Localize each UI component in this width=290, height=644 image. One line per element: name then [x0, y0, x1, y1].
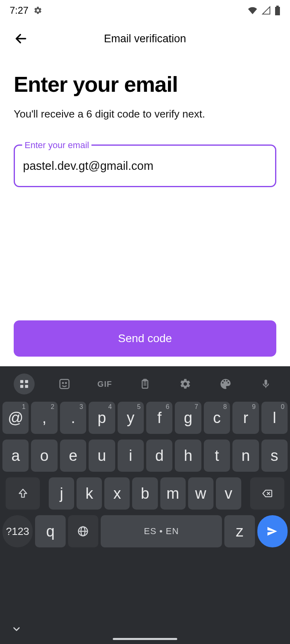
key-f[interactable]: f6: [146, 402, 172, 434]
key-w[interactable]: w: [188, 477, 213, 510]
key-d[interactable]: d: [146, 440, 172, 472]
page-header-title: Email verification: [104, 33, 186, 45]
palette-icon[interactable]: [215, 374, 236, 394]
key-e[interactable]: e: [60, 440, 86, 472]
key-i[interactable]: i: [118, 440, 144, 472]
keyboard-row-4: ?123 q ES • EN z: [2, 515, 288, 547]
svg-rect-5: [20, 385, 23, 388]
backspace-key[interactable]: [250, 477, 284, 510]
sticker-icon[interactable]: [54, 374, 75, 394]
key-q[interactable]: q: [35, 515, 65, 547]
arrow-left-icon: [14, 32, 28, 45]
keyboard-row-1: @1,2.3p4y5f6g7c8r9l0: [2, 402, 288, 434]
email-field-wrap[interactable]: Enter your email: [14, 144, 276, 187]
key-k[interactable]: k: [77, 477, 102, 510]
key-x[interactable]: x: [104, 477, 130, 510]
key-n[interactable]: n: [232, 440, 259, 472]
status-time: 7:27: [10, 5, 29, 16]
key-p[interactable]: p4: [89, 402, 115, 434]
key-h[interactable]: h: [175, 440, 201, 472]
svg-point-9: [66, 382, 67, 384]
app-header: Email verification: [0, 21, 290, 56]
key-j[interactable]: j: [49, 477, 74, 510]
key-r[interactable]: r9: [232, 402, 259, 434]
key-@[interactable]: @1: [2, 402, 29, 434]
keyboard-send-key[interactable]: [257, 515, 288, 547]
key-z[interactable]: z: [224, 515, 255, 547]
key-y[interactable]: y5: [118, 402, 144, 434]
key-l[interactable]: l0: [261, 402, 288, 434]
cell-signal-icon: [261, 6, 271, 15]
status-bar: 7:27: [0, 0, 290, 21]
page-subtitle: You'll receive a 6 digit code to verify …: [14, 108, 276, 120]
system-nav-bar: [0, 616, 290, 644]
keyboard-row-3: jkxbmwv: [2, 477, 288, 510]
svg-rect-1: [276, 6, 279, 7]
collapse-keyboard-icon[interactable]: [11, 624, 22, 636]
svg-rect-6: [25, 385, 28, 388]
key-g[interactable]: g7: [175, 402, 201, 434]
svg-rect-4: [25, 380, 28, 383]
wifi-icon: [247, 6, 258, 15]
key-,[interactable]: ,2: [31, 402, 57, 434]
back-button[interactable]: [14, 31, 28, 46]
key-b[interactable]: b: [132, 477, 157, 510]
key-v[interactable]: v: [216, 477, 241, 510]
key-t[interactable]: t: [204, 440, 230, 472]
keyboard-toolbar: GIF: [0, 366, 290, 402]
space-key[interactable]: ES • EN: [101, 515, 222, 547]
send-code-button[interactable]: Send code: [14, 320, 276, 357]
key-c[interactable]: c8: [204, 402, 230, 434]
home-indicator[interactable]: [113, 638, 177, 640]
shift-key[interactable]: [6, 477, 40, 510]
key-s[interactable]: s: [261, 440, 288, 472]
battery-icon: [275, 6, 280, 15]
symbols-key[interactable]: ?123: [2, 515, 33, 547]
gear-icon[interactable]: [175, 374, 196, 394]
svg-rect-7: [60, 380, 69, 389]
soft-keyboard: GIF @1,2.3p4y5f6g7c8r9l0 aoeuidhtns jkxb…: [0, 366, 290, 616]
mic-icon[interactable]: [255, 374, 276, 394]
key-u[interactable]: u: [89, 440, 115, 472]
apps-icon[interactable]: [14, 374, 35, 394]
key-o[interactable]: o: [31, 440, 57, 472]
language-key[interactable]: [68, 515, 98, 547]
gear-icon: [33, 6, 42, 15]
email-field[interactable]: [15, 146, 275, 186]
svg-point-8: [62, 382, 64, 384]
page-title: Enter your email: [14, 72, 276, 97]
key-m[interactable]: m: [160, 477, 186, 510]
svg-rect-0: [275, 7, 280, 15]
key-.[interactable]: .3: [60, 402, 86, 434]
svg-rect-3: [20, 380, 23, 383]
email-field-label: Enter your email: [22, 140, 91, 151]
keyboard-row-2: aoeuidhtns: [2, 440, 288, 472]
key-a[interactable]: a: [2, 440, 29, 472]
clipboard-icon[interactable]: [135, 374, 155, 394]
gif-icon[interactable]: GIF: [94, 374, 115, 394]
